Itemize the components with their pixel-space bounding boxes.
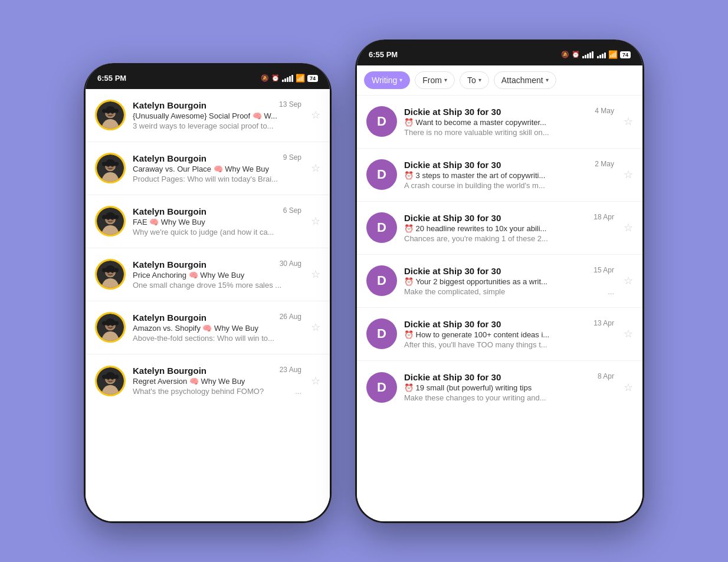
email-subject: ⏰ 19 small (but powerful) writing tips (404, 383, 614, 392)
star-button[interactable]: ☆ (311, 109, 320, 121)
email-header-row: Dickie at Ship 30 for 3018 Apr (404, 213, 614, 223)
time-right: 6:55 PM (369, 50, 398, 59)
email-header-row: Katelyn Bourgoin13 Sep (133, 100, 301, 110)
chevron-down-icon: ▾ (444, 77, 447, 83)
star-button[interactable]: ☆ (311, 374, 320, 387)
email-subject: {Unusually Awesome} Social Proof 🧠 W... (133, 111, 301, 120)
preview-row: Why we're quick to judge (and how it ca.… (133, 228, 301, 236)
svg-point-39 (106, 318, 114, 324)
email-date: 13 Sep (279, 100, 301, 109)
email-header-row: Katelyn Bourgoin6 Sep (133, 206, 301, 216)
preview-row: Chances are, you're making 1 of these 2.… (404, 234, 614, 243)
chevron-down-icon: ▾ (478, 77, 481, 83)
email-header-row: Katelyn Bourgoin9 Sep (133, 153, 301, 163)
filter-bar: Writing▾From▾To▾Attachment▾ (357, 65, 642, 96)
filter-chip-attachment[interactable]: Attachment▾ (494, 71, 556, 89)
star-button[interactable]: ☆ (311, 215, 320, 228)
sender-name: Katelyn Bourgoin (133, 366, 206, 376)
star-button[interactable]: ☆ (624, 168, 633, 181)
signal-bars-right (582, 51, 593, 58)
email-item[interactable]: DDickie at Ship 30 for 302 May⏰ 3 steps … (357, 149, 642, 202)
filter-chip-to[interactable]: To▾ (460, 71, 489, 89)
avatar-dickie: D (366, 265, 397, 296)
email-item[interactable]: Katelyn Bourgoin9 SepCaraway vs. Our Pla… (86, 142, 330, 195)
email-date: 6 Sep (283, 206, 301, 215)
avatar-dickie: D (366, 318, 397, 349)
email-content: Dickie at Ship 30 for 304 May⏰ Want to b… (404, 107, 614, 137)
email-content: Dickie at Ship 30 for 308 Apr⏰ 19 small … (404, 372, 614, 402)
email-content: Katelyn Bourgoin6 SepFAE 🧠 Why We BuyWhy… (133, 206, 301, 236)
preview-row: 3 weird ways to leverage social proof to… (133, 121, 301, 130)
avatar-dickie: D (366, 106, 397, 137)
avatar-katelyn (95, 312, 126, 343)
filter-chip-writing[interactable]: Writing▾ (364, 71, 410, 89)
phone-left: 6:55 PM 🔕 ⏰ 📶 74 (84, 63, 332, 523)
email-header-row: Katelyn Bourgoin30 Aug (133, 259, 301, 270)
phone-screen-left: 6:55 PM 🔕 ⏰ 📶 74 (86, 63, 330, 521)
sender-name: Katelyn Bourgoin (133, 313, 206, 323)
star-button[interactable]: ☆ (624, 327, 633, 340)
email-list-left: Katelyn Bourgoin13 Sep{Unusually Awesome… (86, 89, 330, 521)
chevron-down-icon: ▾ (399, 77, 402, 83)
avatar-katelyn (95, 259, 126, 290)
preview-row: Above-the-fold sections: Who will win to… (133, 334, 301, 343)
email-date: 2 May (595, 160, 614, 168)
email-subject: ⏰ Your 2 biggest opportunities as a writ… (404, 277, 614, 286)
star-button[interactable]: ☆ (624, 221, 633, 234)
star-button[interactable]: ☆ (311, 321, 320, 334)
star-button[interactable]: ☆ (311, 268, 320, 281)
star-button[interactable]: ☆ (624, 381, 633, 394)
email-content: Dickie at Ship 30 for 302 May⏰ 3 steps t… (404, 160, 614, 190)
filter-label: Attachment (501, 75, 543, 85)
email-subject: Regret Aversion 🧠 Why We Buy (133, 377, 301, 386)
avatar-katelyn (95, 153, 126, 183)
email-preview: 3 weird ways to leverage social proof to… (133, 121, 301, 130)
email-item[interactable]: Katelyn Bourgoin26 AugAmazon vs. Shopify… (86, 301, 330, 354)
avatar-dickie: D (366, 159, 397, 190)
star-button[interactable]: ☆ (624, 115, 633, 128)
chevron-down-icon: ▾ (546, 77, 549, 83)
email-preview: One small change drove 15% more sales ..… (133, 281, 301, 290)
email-item[interactable]: Katelyn Bourgoin13 Sep{Unusually Awesome… (86, 89, 330, 142)
email-header-row: Dickie at Ship 30 for 304 May (404, 107, 614, 117)
email-item[interactable]: DDickie at Ship 30 for 304 May⏰ Want to … (357, 96, 642, 149)
mute-icon-right: 🔕 (561, 51, 569, 58)
star-button[interactable]: ☆ (624, 274, 633, 287)
email-content: Dickie at Ship 30 for 3018 Apr⏰ 20 headl… (404, 213, 614, 243)
email-item[interactable]: Katelyn Bourgoin30 AugPrice Anchoring 🧠 … (86, 248, 330, 301)
battery-right: 74 (620, 51, 631, 58)
email-item[interactable]: DDickie at Ship 30 for 308 Apr⏰ 19 small… (357, 361, 642, 414)
email-date: 18 Apr (593, 213, 614, 221)
email-preview: Above-the-fold sections: Who will win to… (133, 334, 301, 343)
email-preview: Make these changes to your writing and..… (404, 393, 614, 402)
email-item[interactable]: Katelyn Bourgoin23 AugRegret Aversion 🧠 … (86, 354, 330, 407)
email-subject: Price Anchoring 🧠 Why We Buy (133, 271, 301, 280)
email-item[interactable]: DDickie at Ship 30 for 3015 Apr⏰ Your 2 … (357, 255, 642, 308)
filter-label: To (467, 75, 476, 85)
preview-row: There is no more valuable writing skill … (404, 128, 614, 137)
email-header-row: Dickie at Ship 30 for 302 May (404, 160, 614, 170)
sender-name: Katelyn Bourgoin (133, 206, 206, 216)
email-subject: ⏰ 20 headline rewrites to 10x your abili… (404, 224, 614, 233)
email-subject: Amazon vs. Shopify 🧠 Why We Buy (133, 324, 301, 333)
alarm-icon-right: ⏰ (572, 51, 580, 58)
sender-name: Dickie at Ship 30 for 30 (404, 160, 501, 170)
signal-bars (282, 75, 293, 82)
email-item[interactable]: DDickie at Ship 30 for 3013 Apr⏰ How to … (357, 308, 642, 361)
email-item[interactable]: Katelyn Bourgoin6 SepFAE 🧠 Why We BuyWhy… (86, 195, 330, 248)
ellipsis-indicator: ... (295, 387, 301, 396)
star-button[interactable]: ☆ (311, 162, 320, 175)
svg-point-31 (106, 265, 114, 271)
email-content: Dickie at Ship 30 for 3013 Apr⏰ How to g… (404, 319, 614, 349)
avatar-katelyn (95, 206, 126, 236)
status-icons-right: 🔕 ⏰ 📶 (561, 50, 631, 59)
scene: 6:55 PM 🔕 ⏰ 📶 74 (0, 0, 728, 562)
filter-chip-from[interactable]: From▾ (415, 71, 455, 89)
email-item[interactable]: DDickie at Ship 30 for 3018 Apr⏰ 20 head… (357, 202, 642, 255)
sender-name: Dickie at Ship 30 for 30 (404, 213, 501, 223)
email-header-row: Katelyn Bourgoin23 Aug (133, 366, 301, 376)
email-subject: ⏰ How to generate 100+ content ideas i..… (404, 330, 614, 339)
svg-point-23 (106, 212, 114, 218)
avatar-dickie: D (366, 372, 397, 403)
phone-screen-right: 6:55 PM 🔕 ⏰ (357, 40, 642, 521)
